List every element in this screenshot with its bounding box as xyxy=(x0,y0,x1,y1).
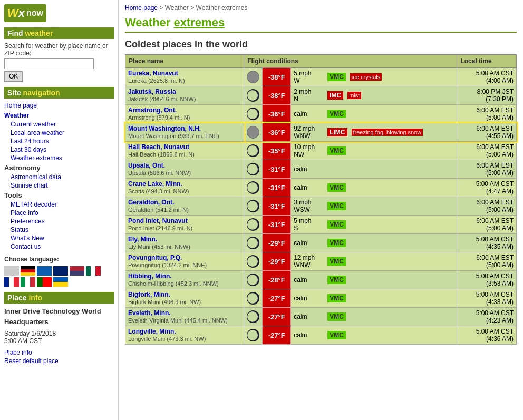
flight-wind: 5 mphS xyxy=(294,217,325,232)
place-sub: Mount Washington (939.7 mi. ENE) xyxy=(128,133,219,139)
vmc-badge: VMC xyxy=(327,73,346,81)
local-time-alt: (5:00 AM) xyxy=(486,114,514,121)
nav-weather-link[interactable]: Weather xyxy=(4,112,29,119)
place-link[interactable]: Jakutsk, Russia xyxy=(128,88,241,95)
place-link[interactable]: Eureka, Nunavut xyxy=(128,70,241,77)
flight-wind: calm xyxy=(294,331,325,339)
condition-extra: mist xyxy=(347,92,361,99)
find-weather-title: Find weather xyxy=(4,27,114,39)
nav-group-astronomy: Astronomy Astronomical data Sunrise char… xyxy=(4,164,114,189)
place-link[interactable]: Crane Lake, Minn. xyxy=(128,180,241,188)
flag-us[interactable] xyxy=(70,266,84,276)
page-title: Weather extremes xyxy=(125,16,517,33)
table-row: Jakutsk, RussiaJakutsk (4954.6 mi. NNW)-… xyxy=(125,86,517,105)
moon-icon xyxy=(247,89,259,102)
overcast-icon xyxy=(247,71,259,83)
flight-conditions-cell: 5 mphSVMC xyxy=(291,216,457,234)
place-cell: Ely, Minn.Ely Muni (453 mi. NNW) xyxy=(125,234,244,252)
flight-conditions-cell: calm xyxy=(291,160,457,179)
temp-cell: -31°F xyxy=(263,197,291,216)
logo-wx: Wx xyxy=(7,6,25,20)
flag-china[interactable] xyxy=(4,266,19,276)
nav-place-info: Place info xyxy=(4,209,114,217)
place-info-link[interactable]: Place info xyxy=(4,349,114,356)
temp-cell: -35°F xyxy=(263,142,291,160)
nav-status: Status xyxy=(4,226,114,233)
vmc-badge: VMC xyxy=(327,110,346,118)
flag-ukraine[interactable] xyxy=(53,277,68,287)
flight-wind: calm xyxy=(294,295,325,302)
icon-cell xyxy=(244,271,263,289)
local-time: 6:00 AM EST xyxy=(476,162,514,169)
nav-tools-header: Tools xyxy=(4,191,114,199)
flight-conditions-cell: calmVMC xyxy=(291,271,457,289)
local-time: 5:00 AM CST xyxy=(476,328,514,335)
flag-france[interactable] xyxy=(4,277,19,287)
place-cell: Bigfork, Minn.Bigfork Muni (496.9 mi. NW… xyxy=(125,289,244,308)
place-link[interactable]: Povungnituq, P.Q. xyxy=(128,254,241,261)
breadcrumb-home[interactable]: Home page xyxy=(125,4,158,12)
flight-conditions-cell: 92 mphWNWLIMCfreezing fog, blowing snow xyxy=(291,123,457,142)
place-link[interactable]: Upsala, Ont. xyxy=(128,162,241,169)
table-row: Ely, Minn.Ely Muni (453 mi. NNW)-29°Fcal… xyxy=(125,234,517,252)
find-weather-label: Search for weather by place name or ZIP … xyxy=(4,42,114,57)
nav-home[interactable]: Home page xyxy=(4,102,37,109)
flag-germany[interactable] xyxy=(21,266,35,276)
find-weather-input[interactable] xyxy=(4,58,94,69)
moon-icon xyxy=(247,200,259,212)
icon-cell xyxy=(244,216,263,234)
place-link[interactable]: Pond Inlet, Nunavut xyxy=(128,217,241,224)
table-row: Bigfork, Minn.Bigfork Muni (496.9 mi. NW… xyxy=(125,289,517,308)
temp-cell: -38°F xyxy=(263,68,291,86)
find-weather-button[interactable]: OK xyxy=(4,71,23,82)
vmc-badge: VMC xyxy=(327,257,346,266)
limc-badge: LIMC xyxy=(327,128,347,136)
local-time-alt: (4:36 AM) xyxy=(486,335,514,343)
flag-uk[interactable] xyxy=(53,266,68,276)
nav-group-home: Home page xyxy=(4,101,114,109)
place-link[interactable]: Eveleth, Minn. xyxy=(128,309,241,317)
nav-astronomy-header: Astronomy xyxy=(4,164,114,172)
local-time-alt: (5:00 AM) xyxy=(486,206,514,213)
vmc-badge: VMC xyxy=(327,239,346,247)
flag-portugal[interactable] xyxy=(37,277,52,287)
place-link[interactable]: Longville, Minn. xyxy=(128,328,241,335)
page-title-main: Weather xyxy=(125,16,174,29)
flight-wind: 3 mphWSW xyxy=(294,199,325,213)
find-weather-form: Search for weather by place name or ZIP … xyxy=(4,42,114,82)
place-sub: Ely Muni (453 mi. NNW) xyxy=(128,243,190,250)
vmc-badge: VMC xyxy=(327,146,346,155)
place-link[interactable]: Armstrong, Ont. xyxy=(128,106,241,114)
flight-conditions-cell: 5 mphWVMCice crystals xyxy=(291,68,457,86)
place-link[interactable]: Bigfork, Minn. xyxy=(128,291,241,298)
temp-cell: -29°F xyxy=(263,234,291,252)
flag-greece[interactable] xyxy=(37,266,52,276)
local-time-cell: 6:00 AM EST(5:00 AM) xyxy=(457,160,517,179)
local-time-cell: 5:00 AM CST(4:33 AM) xyxy=(457,289,517,308)
flight-conditions-cell: 2 mphNIMCmist xyxy=(291,86,457,105)
vmc-badge: VMC xyxy=(327,312,346,321)
place-sub: Eveleth-Virginia Muni (445.4 mi. NNW) xyxy=(128,317,228,324)
local-time-cell: 5:00 AM CST(3:53 AM) xyxy=(457,271,517,289)
place-link[interactable]: Hall Beach, Nunavut xyxy=(128,143,241,151)
place-info-company: Inner Drive Technology World Headquarter… xyxy=(4,306,114,327)
moon-icon xyxy=(247,181,259,194)
flag-italy[interactable] xyxy=(21,277,35,287)
nav-weather-header: Weather xyxy=(4,111,114,119)
flight-conditions-cell: calmVMC xyxy=(291,105,457,123)
local-time-cell: 6:00 AM EST(4:55 AM) xyxy=(457,123,517,142)
icon-cell xyxy=(244,197,263,216)
flight-wind: 2 mphN xyxy=(294,88,325,103)
reset-default-place-link[interactable]: Reset default place xyxy=(4,357,114,365)
site-nav-title: Site navigation xyxy=(4,87,114,99)
nav-astro-data: Astronomical data xyxy=(4,173,114,181)
flag-mexico[interactable] xyxy=(86,266,101,276)
table-row: Upsala, Ont.Upsala (506.6 mi. NNW)-31°Fc… xyxy=(125,160,517,179)
temp-cell: -31°F xyxy=(263,179,291,197)
place-link[interactable]: Hibbing, Minn. xyxy=(128,272,241,280)
place-link[interactable]: Mount Washington, N.H. xyxy=(128,125,241,132)
place-link[interactable]: Ely, Minn. xyxy=(128,236,241,243)
icon-cell xyxy=(244,326,263,345)
local-time-alt: (5:00 AM) xyxy=(486,169,514,177)
place-link[interactable]: Geraldton, Ont. xyxy=(128,199,241,206)
